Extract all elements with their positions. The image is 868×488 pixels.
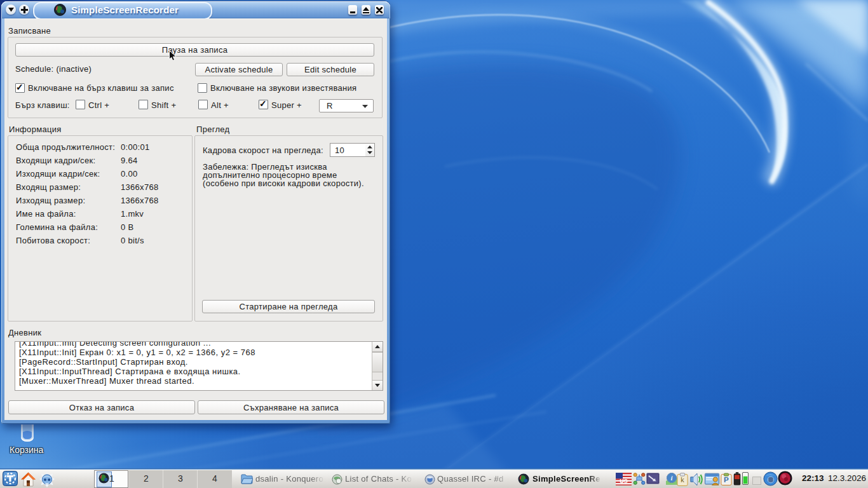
svg-text:US: US bbox=[620, 478, 628, 484]
svg-text:k: k bbox=[681, 476, 684, 484]
svg-text:P: P bbox=[724, 475, 729, 484]
